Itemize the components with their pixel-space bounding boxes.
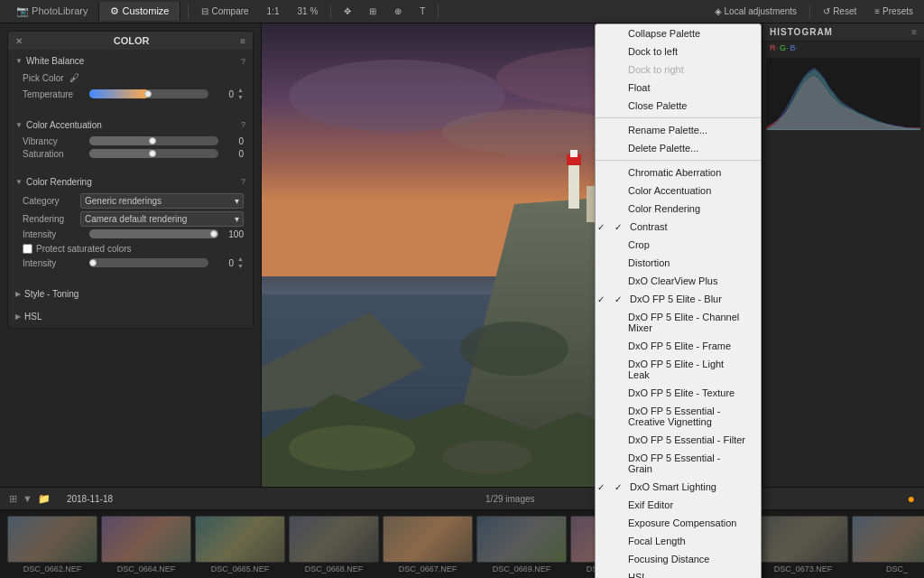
- local-adjustments-button[interactable]: ◈ Local adjustments: [709, 5, 803, 18]
- ca-title: Color Accentuation: [26, 120, 102, 130]
- cr-arrow-icon: ▼: [15, 178, 23, 186]
- menu-color-accentuation[interactable]: Color Accentuation: [596, 182, 761, 200]
- menu-fp5-texture[interactable]: DxO FP 5 Elite - Texture: [596, 384, 761, 402]
- film-item-3[interactable]: DSC_0668.NEF: [289, 516, 379, 573]
- menu-dxo-clearview[interactable]: DxO ClearView Plus: [596, 272, 761, 290]
- folder-icon[interactable]: 📁: [38, 493, 51, 505]
- wb-arrow-icon: ▼: [15, 57, 23, 65]
- protect-intensity-slider[interactable]: [89, 258, 208, 267]
- saturation-row: Saturation 0: [23, 149, 244, 159]
- local-adj-icon: ◈: [715, 6, 722, 16]
- film-thumb-2: [195, 516, 285, 563]
- menu-dxo-fp5-blur[interactable]: ✓ DxO FP 5 Elite - Blur: [596, 290, 761, 308]
- grid-icon[interactable]: ⊞: [9, 493, 17, 505]
- intensity-slider[interactable]: [89, 229, 218, 238]
- menu-exposure-comp[interactable]: Exposure Compensation: [596, 514, 761, 532]
- channel-r: R·: [770, 43, 778, 52]
- menu-dxo-smart-lighting[interactable]: ✓ DxO Smart Lighting: [596, 478, 761, 496]
- wb-toggle[interactable]: ?: [241, 57, 245, 66]
- temperature-slider[interactable]: [89, 89, 208, 98]
- protect-checkbox[interactable]: [23, 244, 32, 254]
- menu-fp5-frame[interactable]: DxO FP 5 Elite - Frame: [596, 337, 761, 355]
- tool-move[interactable]: ✥: [338, 5, 356, 18]
- ca-toggle[interactable]: ?: [241, 120, 245, 129]
- tool-text[interactable]: T: [414, 5, 430, 18]
- vibrancy-slider[interactable]: [89, 136, 218, 145]
- tool-retouch[interactable]: ⊕: [389, 5, 407, 18]
- film-thumb-5: [476, 516, 567, 563]
- menu-focusing-dist[interactable]: Focusing Distance: [596, 550, 761, 568]
- temperature-arrows[interactable]: ▲▼: [237, 87, 244, 102]
- histogram-menu-button[interactable]: ≡: [911, 27, 917, 37]
- saturation-slider[interactable]: [89, 149, 218, 158]
- menu-rename-palette[interactable]: Rename Palette...: [596, 121, 761, 139]
- check-fp5-blur: ✓: [612, 294, 624, 304]
- tab-photo-library[interactable]: 📷 PhotoLibrary: [5, 2, 99, 21]
- menu-float[interactable]: Float: [596, 79, 761, 97]
- film-name-9: DSC_: [852, 564, 924, 573]
- presets-button[interactable]: ≡ Presets: [869, 5, 919, 18]
- channel-g: G·: [780, 43, 789, 52]
- tool-crop[interactable]: ⊞: [364, 5, 382, 18]
- film-name-3: DSC_0668.NEF: [289, 564, 379, 573]
- film-item-8[interactable]: DSC_0673.NEF: [758, 516, 848, 573]
- left-panel: ✕ COLOR ≡ ▼ White Balance ? Pick Color 🖋: [0, 23, 262, 487]
- menu-exif-editor[interactable]: Exif Editor: [596, 496, 761, 514]
- cr-toggle[interactable]: ?: [241, 177, 245, 186]
- film-item-4[interactable]: DSC_0667.NEF: [383, 516, 473, 573]
- palette-menu-button[interactable]: ≡: [240, 36, 245, 46]
- category-row: Category Generic renderings ▾: [23, 193, 244, 209]
- style-toning-header[interactable]: ▶ Style - Toning: [8, 286, 253, 302]
- film-item-9[interactable]: DSC_: [852, 516, 924, 573]
- tab-customize[interactable]: ⚙ Customize: [99, 2, 180, 21]
- film-item-5[interactable]: DSC_0669.NEF: [476, 516, 567, 573]
- top-toolbar: 📷 PhotoLibrary ⚙ Customize ⊟ Compare 1:1…: [0, 0, 924, 23]
- film-thumb-0: [7, 516, 97, 563]
- hsl-header[interactable]: ▶ HSL: [8, 309, 253, 324]
- menu-close-palette[interactable]: Close Palette: [596, 97, 761, 115]
- menu-fp5-creative-vig[interactable]: DxO FP 5 Essential - Creative Vignetting: [596, 402, 761, 431]
- menu-fp5-light-leak[interactable]: DxO FP 5 Elite - Light Leak: [596, 355, 761, 384]
- menu-collapse-palette[interactable]: Collapse Palette: [596, 24, 761, 42]
- menu-distortion[interactable]: Distortion: [596, 254, 761, 272]
- temperature-value: 0: [212, 89, 234, 99]
- film-item-1[interactable]: DSC_0664.NEF: [101, 516, 191, 573]
- zoom-display[interactable]: 1:1: [262, 5, 285, 18]
- film-item-0[interactable]: DSC_0662.NEF: [7, 516, 97, 573]
- film-item-2[interactable]: DSC_0665.NEF: [195, 516, 285, 573]
- rendering-label: Rendering: [23, 214, 77, 224]
- reset-icon: ↺: [823, 6, 830, 16]
- menu-fp5-grain[interactable]: DxO FP 5 Essential - Grain: [596, 449, 761, 478]
- protect-label: Protect saturated colors: [36, 244, 132, 254]
- rendering-select[interactable]: Camera default rendering ▾: [80, 211, 244, 227]
- eyedropper-icon[interactable]: 🖋: [69, 72, 79, 83]
- palette-header: ✕ COLOR ≡: [8, 32, 253, 50]
- presets-icon: ≡: [874, 6, 880, 16]
- menu-fp5-filter[interactable]: DxO FP 5 Essential - Filter: [596, 431, 761, 449]
- wb-title: White Balance: [26, 56, 84, 66]
- protect-intensity-label: Intensity: [23, 258, 86, 268]
- compare-button[interactable]: ⊟ Compare: [196, 5, 254, 18]
- filter-icon[interactable]: ▼: [23, 493, 32, 504]
- menu-focal-length[interactable]: Focal Length: [596, 532, 761, 550]
- category-value: Generic renderings: [85, 196, 162, 206]
- reset-button[interactable]: ↺ Reset: [818, 5, 862, 18]
- protect-checkbox-row: Protect saturated colors: [23, 242, 244, 256]
- white-balance-header[interactable]: ▼ White Balance ?: [8, 53, 253, 69]
- menu-crop[interactable]: Crop: [596, 236, 761, 254]
- status-icons: ⊞ ▼ 📁: [9, 493, 51, 505]
- protect-arrows[interactable]: ▲▼: [237, 256, 244, 271]
- color-rendering-header[interactable]: ▼ Color Rendering ?: [8, 174, 253, 190]
- menu-dock-left[interactable]: Dock to left: [596, 42, 761, 61]
- zoom-percent[interactable]: 31 %: [292, 5, 324, 18]
- menu-hsl[interactable]: HSL: [596, 568, 761, 578]
- status-date: 2018-11-18: [67, 494, 113, 504]
- menu-fp5-channel-mixer[interactable]: DxO FP 5 Elite - Channel Mixer: [596, 308, 761, 337]
- category-select[interactable]: Generic renderings ▾: [80, 193, 244, 209]
- menu-color-rendering[interactable]: Color Rendering: [596, 200, 761, 218]
- menu-delete-palette[interactable]: Delete Palette...: [596, 139, 761, 157]
- color-accentuation-header[interactable]: ▼ Color Accentuation ?: [8, 117, 253, 133]
- palette-close-button[interactable]: ✕: [15, 36, 23, 46]
- menu-contrast[interactable]: ✓ Contrast: [596, 218, 761, 236]
- menu-chromatic-aberration[interactable]: Chromatic Aberration: [596, 163, 761, 182]
